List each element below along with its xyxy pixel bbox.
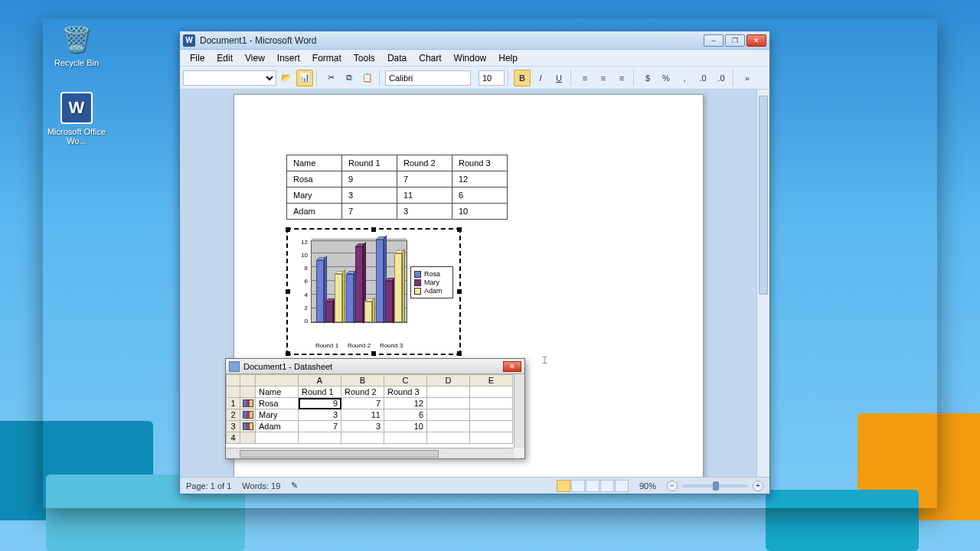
- resize-handle[interactable]: [371, 351, 376, 356]
- titlebar[interactable]: W Document1 - Microsoft Word – ❐ ✕: [180, 31, 769, 50]
- percent-icon[interactable]: %: [658, 70, 675, 86]
- chart-plot: [311, 240, 407, 323]
- recycle-bin-icon: 🗑️: [60, 23, 93, 55]
- th-r1: Round 1: [342, 155, 397, 171]
- desktop-word-shortcut[interactable]: W Microsoft Office Wo...: [46, 92, 107, 145]
- chart-y-axis: 121086420: [294, 239, 308, 324]
- close-button[interactable]: ✕: [746, 34, 766, 47]
- zoom-slider[interactable]: [682, 484, 748, 487]
- decrease-decimal-icon[interactable]: .0: [713, 70, 730, 86]
- resize-handle[interactable]: [457, 351, 462, 356]
- series-color-icon[interactable]: [240, 398, 256, 409]
- vertical-scrollbar[interactable]: [756, 90, 769, 477]
- toolbar: 📂 📊 ✂ ⧉ 📋 Calibri 10 B I U ≡ ≡ ≡ $ % , .…: [180, 67, 769, 90]
- datasheet-titlebar[interactable]: Document1 - Datasheet ✕: [226, 359, 524, 374]
- file-open-icon[interactable]: 📂: [278, 70, 295, 86]
- chart-bars: [315, 241, 403, 322]
- chart-type-icon[interactable]: 📊: [296, 70, 313, 86]
- resize-handle[interactable]: [457, 227, 462, 232]
- zoom-in-button[interactable]: +: [753, 481, 763, 491]
- word-app-icon: W: [60, 92, 93, 124]
- print-layout-view[interactable]: [557, 480, 570, 492]
- align-center-icon[interactable]: ≡: [595, 70, 612, 86]
- menu-chart[interactable]: Chart: [413, 51, 446, 65]
- more-icon[interactable]: »: [739, 70, 756, 86]
- desktop-recycle-bin[interactable]: 🗑️ Recycle Bin: [46, 23, 107, 67]
- th-r2: Round 2: [397, 155, 452, 171]
- align-right-icon[interactable]: ≡: [613, 70, 630, 86]
- chart-area-select[interactable]: [183, 70, 276, 86]
- font-size-select[interactable]: 10: [479, 70, 505, 86]
- menu-view[interactable]: View: [240, 51, 270, 65]
- datasheet-grid[interactable]: A B C D E Name Round 1 Round 2 Round 3 1…: [226, 374, 513, 444]
- proofing-icon[interactable]: ✎: [291, 481, 298, 491]
- increase-decimal-icon[interactable]: .0: [694, 70, 711, 86]
- doc-table[interactable]: Name Round 1 Round 2 Round 3 Rosa9712 Ma…: [286, 155, 508, 220]
- word-icon: W: [183, 34, 195, 47]
- fullscreen-view[interactable]: [571, 480, 585, 492]
- datasheet-window[interactable]: Document1 - Datasheet ✕ A B C D E Name R…: [225, 358, 525, 459]
- font-select[interactable]: Calibri: [385, 70, 471, 86]
- menu-window[interactable]: Window: [449, 51, 492, 65]
- table-row: Rosa9712: [287, 171, 508, 187]
- menu-insert[interactable]: Insert: [272, 51, 305, 65]
- paste-icon[interactable]: 📋: [359, 70, 376, 86]
- cut-icon[interactable]: ✂: [322, 70, 339, 86]
- zoom-out-button[interactable]: −: [667, 481, 678, 491]
- cursor-caret: ⌶: [542, 355, 547, 364]
- resize-handle[interactable]: [286, 289, 290, 294]
- recycle-label: Recycle Bin: [46, 58, 107, 67]
- status-bar: Page: 1 of 1 Words: 19 ✎ 90% − +: [180, 477, 769, 494]
- zoom-percent: 90%: [639, 481, 656, 491]
- resize-handle[interactable]: [286, 227, 290, 232]
- web-layout-view[interactable]: [586, 480, 599, 492]
- word-shortcut-label: Microsoft Office Wo...: [46, 127, 107, 145]
- series-color-icon[interactable]: [240, 421, 256, 432]
- status-words: Words: 19: [242, 481, 280, 491]
- datasheet-icon: [229, 361, 240, 372]
- resize-handle[interactable]: [371, 227, 376, 232]
- minimize-button[interactable]: –: [704, 34, 724, 47]
- datasheet-close-button[interactable]: ✕: [503, 361, 521, 372]
- th-r3: Round 3: [452, 155, 508, 171]
- italic-button[interactable]: I: [532, 70, 549, 86]
- chart-legend: RosaMaryAdam: [410, 266, 453, 298]
- menu-tools[interactable]: Tools: [348, 51, 381, 65]
- menu-help[interactable]: Help: [493, 51, 523, 65]
- th-name: Name: [287, 155, 342, 171]
- selected-cell[interactable]: 9: [299, 398, 341, 409]
- datasheet-vscroll[interactable]: [514, 374, 524, 448]
- resize-handle[interactable]: [457, 289, 462, 294]
- menu-data[interactable]: Data: [382, 51, 412, 65]
- bold-button[interactable]: B: [514, 70, 531, 86]
- datasheet-title: Document1 - Datasheet: [243, 362, 503, 371]
- currency-icon[interactable]: $: [639, 70, 656, 86]
- view-buttons: [557, 480, 629, 492]
- series-color-icon[interactable]: [240, 409, 256, 421]
- chart-object[interactable]: 121086420 Round 1Round 2Round 3 RosaMary…: [286, 228, 461, 355]
- status-page: Page: 1 of 1: [186, 481, 231, 491]
- table-row: Adam7310: [287, 204, 508, 220]
- resize-handle[interactable]: [286, 351, 290, 356]
- copy-icon[interactable]: ⧉: [341, 70, 358, 86]
- comma-icon[interactable]: ,: [676, 70, 693, 86]
- table-header: Name Round 1 Round 2 Round 3: [287, 155, 508, 171]
- draft-view[interactable]: [615, 480, 629, 492]
- maximize-button[interactable]: ❐: [725, 34, 745, 47]
- align-left-icon[interactable]: ≡: [577, 70, 593, 86]
- menu-edit[interactable]: Edit: [211, 51, 238, 65]
- window-title: Document1 - Microsoft Word: [200, 35, 704, 46]
- table-row: Mary3116: [287, 187, 508, 204]
- scroll-thumb[interactable]: [759, 96, 768, 295]
- outline-view[interactable]: [600, 480, 614, 492]
- datasheet-hscroll[interactable]: [226, 448, 514, 458]
- menubar: File Edit View Insert Format Tools Data …: [180, 50, 769, 67]
- menu-format[interactable]: Format: [307, 51, 347, 65]
- chart-x-axis: Round 1Round 2Round 3: [311, 342, 407, 349]
- menu-file[interactable]: File: [185, 51, 210, 65]
- underline-button[interactable]: U: [550, 70, 567, 86]
